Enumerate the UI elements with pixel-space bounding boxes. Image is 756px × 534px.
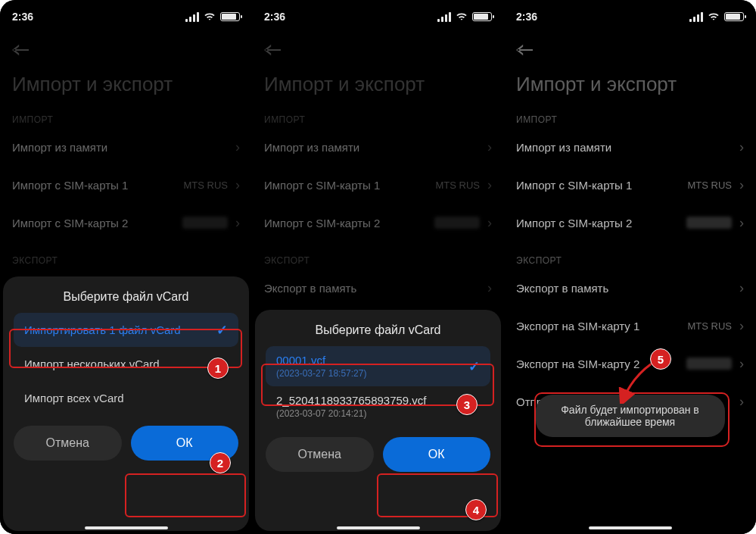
section-export-label: ЭКСПОРТ <box>516 255 744 266</box>
row-import-sim1[interactable]: Импорт с SIM-карты 1 MTS RUS› <box>264 166 492 204</box>
section-export-label: ЭКСПОРТ <box>264 255 492 266</box>
chevron-right-icon: › <box>739 177 744 193</box>
dialog-choose-vcard-mode: Выберите файл vCard Импортировать 1 файл… <box>3 276 249 531</box>
row-import-memory[interactable]: Импорт из памяти › <box>12 128 240 166</box>
option-label: Импорт нескольких vCard <box>24 358 160 370</box>
row-label: Импорт из памяти <box>516 141 611 154</box>
page-body: Импорт и экспорт ИМПОРТ Импорт из памяти… <box>504 29 756 534</box>
row-import-sim1[interactable]: Импорт с SIM-карты 1 MTS RUS› <box>12 166 240 204</box>
dialog-choose-vcard-file: Выберите файл vCard 00001.vcf (2023-03-2… <box>255 310 501 531</box>
option-import-one[interactable]: Импортировать 1 файл vCard ✓ <box>14 313 238 347</box>
button-label: ОК <box>428 448 445 461</box>
section-import-label: ИМПОРТ <box>516 114 744 125</box>
page-title: Импорт и экспорт <box>264 73 492 96</box>
section-export-label: ЭКСПОРТ <box>12 255 240 266</box>
ok-button[interactable]: ОК <box>383 437 491 472</box>
battery-icon <box>724 12 744 21</box>
signal-icon <box>185 12 199 22</box>
row-label: Экспорт в память <box>264 282 356 295</box>
status-time: 2:36 <box>516 11 537 23</box>
file-item-1[interactable]: 00001.vcf (2023-03-27 18:57:27) ✓ <box>266 346 490 386</box>
dialog-title: Выберите файл vCard <box>266 323 490 337</box>
redacted-carrier <box>434 217 480 229</box>
dialog-buttons: Отмена ОК <box>266 437 490 472</box>
redacted-carrier <box>182 217 228 229</box>
redacted-carrier <box>686 358 732 370</box>
back-button[interactable] <box>12 44 240 59</box>
chevron-right-icon: › <box>235 139 240 155</box>
battery-icon <box>220 12 240 21</box>
page-title: Импорт и экспорт <box>12 73 240 96</box>
signal-icon <box>689 12 703 22</box>
status-time: 2:36 <box>12 11 33 23</box>
back-button[interactable] <box>264 44 492 59</box>
row-import-memory[interactable]: Импорт из памяти › <box>264 128 492 166</box>
row-label: Импорт с SIM-карты 2 <box>12 217 128 230</box>
option-import-multiple[interactable]: Импорт нескольких vCard <box>14 347 238 381</box>
phone-screen-2: 2:36 Импорт и экспорт ИМПОРТ Импорт из п… <box>252 0 504 534</box>
chevron-right-icon: › <box>739 356 744 372</box>
button-label: ОК <box>176 436 193 450</box>
row-import-sim2[interactable]: Импорт с SIM-карты 2 › <box>12 204 240 242</box>
status-bar: 2:36 <box>0 0 252 29</box>
row-export-sim1[interactable]: Экспорт на SIM-карту 1 MTS RUS› <box>516 307 744 345</box>
row-export-memory[interactable]: Экспорт в память › <box>264 269 492 307</box>
row-tail: MTS RUS <box>436 180 481 191</box>
row-label: Импорт с SIM-карты 2 <box>516 217 632 230</box>
wifi-icon <box>456 12 468 21</box>
status-right <box>185 12 240 22</box>
phone-screen-1: 2:36 Импорт и экспорт ИМПОРТ Импорт из п… <box>0 0 252 534</box>
file-date: (2023-03-27 18:57:27) <box>276 368 480 379</box>
row-label: Экспорт в память <box>516 282 608 295</box>
toast-text: Файл будет импортирован в ближайшее врем… <box>561 404 699 428</box>
wifi-icon <box>204 12 216 21</box>
button-label: Отмена <box>298 448 341 461</box>
check-icon: ✓ <box>468 358 480 375</box>
row-import-sim2[interactable]: Импорт с SIM-карты 2 › <box>516 204 744 242</box>
chevron-right-icon: › <box>487 215 492 231</box>
row-import-memory[interactable]: Импорт из памяти › <box>516 128 744 166</box>
section-import-label: ИМПОРТ <box>12 114 240 125</box>
row-tail: MTS RUS <box>688 320 733 332</box>
ok-button[interactable]: ОК <box>131 426 239 461</box>
row-label: Импорт с SIM-карты 1 <box>516 179 632 192</box>
status-right <box>689 12 744 22</box>
back-button[interactable] <box>516 44 744 59</box>
home-indicator[interactable] <box>337 526 420 529</box>
home-indicator[interactable] <box>85 526 168 529</box>
chevron-right-icon: › <box>739 215 744 231</box>
cancel-button[interactable]: Отмена <box>266 437 374 472</box>
check-icon: ✓ <box>216 322 228 339</box>
status-time: 2:36 <box>264 11 285 23</box>
cancel-button[interactable]: Отмена <box>14 426 122 461</box>
option-import-all[interactable]: Импорт всех vCard <box>14 381 238 415</box>
home-indicator[interactable] <box>589 526 672 529</box>
row-export-sim2[interactable]: Экспорт на SIM-карту 2 › <box>516 345 744 383</box>
row-tail: MTS RUS <box>184 180 229 191</box>
row-label: Импорт из памяти <box>264 141 359 154</box>
tutorial-composite: 2:36 Импорт и экспорт ИМПОРТ Импорт из п… <box>0 0 756 534</box>
signal-icon <box>437 12 451 22</box>
file-name: 00001.vcf <box>276 354 325 367</box>
option-label: Импортировать 1 файл vCard <box>24 323 181 336</box>
row-label: Экспорт на SIM-карту 1 <box>516 320 639 333</box>
toast-import-scheduled: Файл будет импортирован в ближайшее врем… <box>536 395 725 437</box>
row-import-sim1[interactable]: Импорт с SIM-карты 1 MTS RUS› <box>516 166 744 204</box>
row-label: Экспорт на SIM-карту 2 <box>516 358 639 370</box>
file-item-2[interactable]: 2_5204118933765893759.vcf (2023-03-07 20… <box>266 386 490 426</box>
status-right <box>437 12 492 22</box>
option-label: Импорт всех vCard <box>24 392 124 404</box>
redacted-carrier <box>686 217 732 229</box>
dialog-buttons: Отмена ОК <box>14 426 238 461</box>
chevron-right-icon: › <box>487 280 492 296</box>
chevron-right-icon: › <box>487 139 492 155</box>
row-label: Импорт с SIM-карты 2 <box>264 217 380 230</box>
chevron-right-icon: › <box>739 139 744 155</box>
wifi-icon <box>708 12 720 21</box>
section-import-label: ИМПОРТ <box>264 114 492 125</box>
row-export-memory[interactable]: Экспорт в память › <box>516 269 744 307</box>
chevron-right-icon: › <box>235 177 240 193</box>
dialog-title: Выберите файл vCard <box>14 290 238 304</box>
row-import-sim2[interactable]: Импорт с SIM-карты 2 › <box>264 204 492 242</box>
row-tail: MTS RUS <box>688 180 733 191</box>
